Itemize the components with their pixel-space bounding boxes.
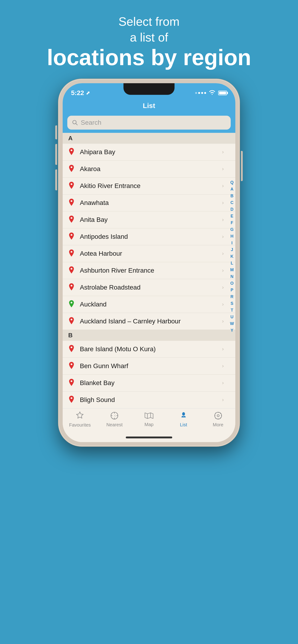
alpha-c[interactable]: C [229,199,235,206]
alpha-n[interactable]: N [229,273,235,280]
alpha-l[interactable]: L [229,260,235,266]
item-name: Auckland Island – Carnley Harbour [80,318,222,325]
list-item[interactable]: Anita Bay › [63,212,235,228]
pin-icon [67,266,76,275]
favourites-icon [76,411,84,421]
alpha-w[interactable]: W [229,320,235,327]
tab-nearest[interactable]: Nearest [97,412,132,428]
list-item[interactable]: Aotea Harbour › [63,245,235,262]
alpha-k[interactable]: K [229,253,235,260]
chevron-icon: › [222,166,224,172]
status-right [195,88,227,96]
pin-icon [67,396,76,404]
hero-title: locations by region [47,45,251,70]
alpha-i[interactable]: I [230,240,234,246]
search-bar[interactable]: Search [67,116,231,130]
alpha-r[interactable]: R [229,294,235,300]
alpha-a[interactable]: A [229,186,235,193]
alpha-p[interactable]: P [229,287,235,294]
signal-indicator [195,92,206,94]
tab-favourites[interactable]: Favourites [63,411,97,428]
alpha-j[interactable]: J [229,246,234,253]
list-item[interactable]: Ashburton River Entrance › [63,262,235,279]
list-item[interactable]: Ben Gunn Wharf › [63,358,235,374]
chevron-icon: › [222,234,224,240]
battery-icon [218,91,227,95]
phone-frame: 5:22 ⬈ [59,79,239,446]
item-name: Anawhata [80,199,222,206]
alpha-y[interactable]: Y [229,327,235,334]
alpha-o[interactable]: O [229,280,235,287]
pin-icon [67,379,76,387]
chevron-icon: › [222,200,224,206]
map-icon [145,412,153,420]
tab-more[interactable]: More [201,412,235,428]
alpha-m[interactable]: M [229,266,235,273]
list-item[interactable]: Anawhata › [63,194,235,212]
alpha-u[interactable]: U [229,314,235,320]
chevron-icon: › [222,318,224,324]
list-item[interactable]: Akitio River Entrance › [63,178,235,194]
signal-dot-4 [204,92,206,94]
alpha-t[interactable]: T [229,307,235,314]
list-item[interactable]: Antipodes Island › [63,228,235,245]
tab-map[interactable]: Map [132,412,166,427]
chevron-icon: › [222,397,224,403]
list-item[interactable]: Bligh Sound › [63,392,235,408]
chevron-icon: › [222,380,224,386]
chevron-icon: › [222,250,224,257]
alpha-f[interactable]: F [229,220,235,226]
alpha-q[interactable]: Q [229,179,235,186]
alpha-g[interactable]: G [229,226,235,233]
battery-fill [219,92,226,94]
hero-subtitle: Select from a list of [47,14,251,45]
alpha-d[interactable]: D [229,206,235,213]
item-name: Astrolabe Roadstead [80,284,222,291]
mute-button[interactable] [55,126,57,139]
list-container: Q A B C D E F G H I J K L M N O P [63,133,235,408]
alpha-e[interactable]: E [229,213,235,220]
list-item[interactable]: Ahipara Bay › [63,144,235,161]
chevron-icon: › [222,346,224,352]
tab-list-label: List [180,422,187,428]
item-name: Aotea Harbour [80,250,222,257]
signal-dot-1 [195,92,197,94]
list-item[interactable]: Astrolabe Roadstead › [63,279,235,296]
signal-dot-2 [198,92,200,94]
list-item[interactable]: Auckland Island – Carnley Harbour › [63,313,235,330]
list-item[interactable]: Akaroa › [63,161,235,178]
pin-icon [67,250,76,258]
alpha-s[interactable]: S [229,300,235,307]
svg-point-0 [73,120,76,124]
volume-up-button[interactable] [55,144,57,165]
item-name: Bare Island (Motu O Kura) [80,346,222,353]
pin-icon [67,317,76,326]
section-header-b: B [63,330,235,341]
pin-icon [67,216,76,224]
svg-point-12 [217,414,219,416]
list-item[interactable]: Blanket Bay › [63,374,235,392]
pin-icon [67,199,76,207]
svg-line-1 [76,123,78,125]
power-button[interactable] [241,151,243,181]
item-name: Anita Bay [80,216,222,224]
tab-map-label: Map [145,422,154,427]
signal-dot-3 [201,92,203,94]
status-bar: 5:22 ⬈ [63,83,235,99]
list-item[interactable]: Auckland › [63,296,235,313]
volume-down-button[interactable] [55,170,57,190]
pin-icon [67,345,76,353]
hero-section: Select from a list of locations by regio… [38,0,260,79]
home-indicator [63,435,235,442]
svg-marker-9 [145,413,153,418]
section-header-a: A [63,133,235,144]
alphabet-index[interactable]: Q A B C D E F G H I J K L M N O P [229,179,235,334]
item-name: Ashburton River Entrance [80,267,222,274]
tab-list[interactable]: List [166,412,201,428]
alpha-b[interactable]: B [229,193,235,199]
pin-icon [67,362,76,370]
alpha-h[interactable]: H [229,233,235,240]
svg-marker-2 [77,412,83,418]
nav-title: List [143,102,155,110]
list-item[interactable]: Bare Island (Motu O Kura) › [63,341,235,358]
